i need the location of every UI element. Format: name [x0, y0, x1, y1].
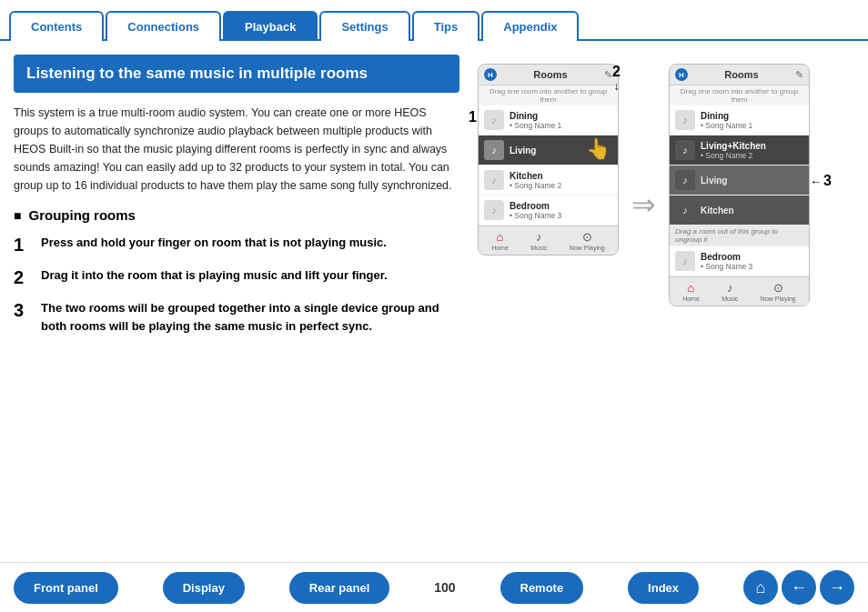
phone-before-subtitle: Drag one room into another to group them [479, 85, 618, 105]
intro-text: This system is a true multi-room audio s… [14, 104, 459, 195]
music-icon-kitchen: ♪ [484, 170, 504, 190]
rooms-title-before: Rooms [533, 69, 567, 80]
left-column: Listening to the same music in multiple … [14, 55, 459, 346]
music-icon-dining-after: ♪ [675, 110, 695, 130]
footer-home-after: ⌂ Home [682, 281, 700, 302]
tab-settings[interactable]: Settings [319, 11, 409, 41]
step-2-num: 2 [14, 266, 32, 288]
label-2: 2 ↓ [612, 64, 621, 93]
arrow-between-phones: ⇒ [631, 187, 656, 222]
tab-tips[interactable]: Tips [412, 11, 480, 41]
room-dining-after: ♪ Dining Song Name 1 [670, 105, 809, 135]
phone-after-header: H Rooms ✎ [670, 65, 809, 85]
rear-panel-button[interactable]: Rear panel [289, 572, 389, 604]
song-bedroom-after: Song Name 3 [701, 262, 803, 271]
home-icon-before: ⌂ [497, 230, 504, 244]
steps-list: 1 Press and hold your finger on room tha… [14, 234, 459, 335]
step-2: 2 Drag it into the room that is playing … [14, 266, 459, 288]
phone-before-footer: ⌂ Home ♪ Music ⊙ Now Playing [479, 226, 618, 255]
display-button[interactable]: Display [163, 572, 245, 604]
step-3-text: The two rooms will be grouped together i… [41, 299, 459, 335]
home-nav-button[interactable]: ⌂ [743, 570, 778, 605]
room-name-living-after: Living [701, 176, 803, 186]
room-name-dining: Dining [510, 111, 612, 121]
song-dining-after: Song Name 1 [701, 121, 803, 130]
step-2-text: Drag it into the room that is playing mu… [41, 266, 388, 285]
phone-before: H Rooms ✎ Drag one room into another to … [478, 64, 619, 256]
tab-contents[interactable]: Contents [9, 11, 104, 41]
music-icon-living: ♪ [484, 140, 504, 160]
heos-icon-before: H [484, 68, 497, 81]
edit-icon-after: ✎ [795, 69, 803, 81]
music-icon-kitchen-after: ♪ [675, 200, 695, 220]
room-name-bedroom-after: Bedroom [701, 252, 803, 262]
footer-music-before: ♪ Music [530, 230, 547, 251]
heos-icon-after: H [675, 68, 688, 81]
room-name-dining-after: Dining [701, 111, 803, 121]
room-grouped: ♪ Living+Kitchen Song Name 2 [670, 135, 809, 166]
room-living-after: ♪ Living [670, 166, 809, 196]
footer-music-after: ♪ Music [722, 281, 738, 302]
music-icon-footer-after: ♪ [727, 281, 733, 295]
footer-nowplaying-after: ⊙ Now Playing [761, 281, 796, 302]
main-content: Listening to the same music in multiple … [0, 41, 868, 346]
phone-after-subtitle: Drag one room into another to group them [670, 85, 809, 105]
nowplaying-icon-after: ⊙ [773, 281, 783, 295]
music-icon-living-after: ♪ [675, 170, 695, 190]
room-kitchen-after: ♪ Kitchen [670, 196, 809, 226]
section-title: Listening to the same music in multiple … [14, 55, 459, 93]
forward-nav-button[interactable]: → [820, 570, 854, 605]
index-button[interactable]: Index [628, 572, 699, 604]
song-bedroom: Song Name 3 [510, 211, 612, 220]
room-name-kitchen-after: Kitchen [701, 206, 803, 216]
tab-appendix[interactable]: Appendix [481, 11, 579, 41]
song-grouped: Song Name 2 [701, 151, 803, 160]
step-1-num: 1 [14, 234, 32, 256]
phone-after-footer: ⌂ Home ♪ Music ⊙ Now Playing [670, 276, 809, 306]
music-icon-bedroom-after: ♪ [675, 251, 695, 271]
step-1: 1 Press and hold your finger on room tha… [14, 234, 459, 256]
song-dining: Song Name 1 [510, 121, 612, 130]
room-bedroom-before: ♪ Bedroom Song Name 3 [479, 196, 618, 226]
back-nav-button[interactable]: ← [782, 570, 816, 605]
remote-button[interactable]: Remote [500, 572, 584, 604]
tab-connections[interactable]: Connections [106, 11, 221, 41]
song-kitchen: Song Name 2 [510, 181, 612, 190]
room-bedroom-after: ♪ Bedroom Song Name 3 [670, 246, 809, 276]
step-1-text: Press and hold your finger on room that … [41, 234, 387, 252]
room-name-grouped: Living+Kitchen [701, 141, 803, 151]
footer-nowplaying-before: ⊙ Now Playing [570, 230, 605, 251]
phone-after: H Rooms ✎ Drag one room into another to … [669, 64, 810, 306]
drag-hint-row: Drag a room out of this group to ungroup… [670, 226, 809, 246]
home-icon-after: ⌂ [688, 281, 695, 295]
music-icon-footer-before: ♪ [536, 230, 542, 244]
phone-before-header: H Rooms ✎ [479, 65, 618, 85]
music-icon-dining: ♪ [484, 110, 504, 130]
music-icon-grouped: ♪ [675, 140, 695, 160]
page-number: 100 [434, 580, 455, 595]
footer-nav-icons: ⌂ ← → [743, 570, 854, 605]
edit-icon-before: ✎ [604, 69, 612, 81]
label-3: ← 3 [810, 173, 832, 189]
music-icon-bedroom: ♪ [484, 200, 504, 220]
nowplaying-icon-before: ⊙ [582, 230, 592, 244]
room-dining-before: ♪ Dining Song Name 1 [479, 105, 618, 135]
drag-hint-text: Drag a room out of this group to ungroup… [675, 227, 803, 244]
room-kitchen-before: ♪ Kitchen Song Name 2 [479, 166, 618, 196]
room-name-kitchen: Kitchen [510, 171, 612, 181]
footer: Front panel Display Rear panel 100 Remot… [0, 562, 868, 612]
room-name-bedroom: Bedroom [510, 201, 612, 211]
footer-home-before: ⌂ Home [491, 230, 509, 251]
front-panel-button[interactable]: Front panel [14, 572, 118, 604]
subsection-heading: Grouping rooms [14, 207, 459, 223]
rooms-title-after: Rooms [724, 69, 758, 80]
phone-diagrams: 1 → H Rooms ✎ Drag one room into another… [478, 59, 810, 346]
finger-gesture: 👆 [586, 137, 611, 161]
room-living-before: ♪ Living 👆 [479, 135, 618, 166]
tab-playback[interactable]: Playback [223, 11, 318, 41]
step-3: 3 The two rooms will be grouped together… [14, 299, 459, 335]
step-3-num: 3 [14, 299, 32, 321]
tabs-bar: Contents Connections Playback Settings T… [0, 0, 868, 41]
